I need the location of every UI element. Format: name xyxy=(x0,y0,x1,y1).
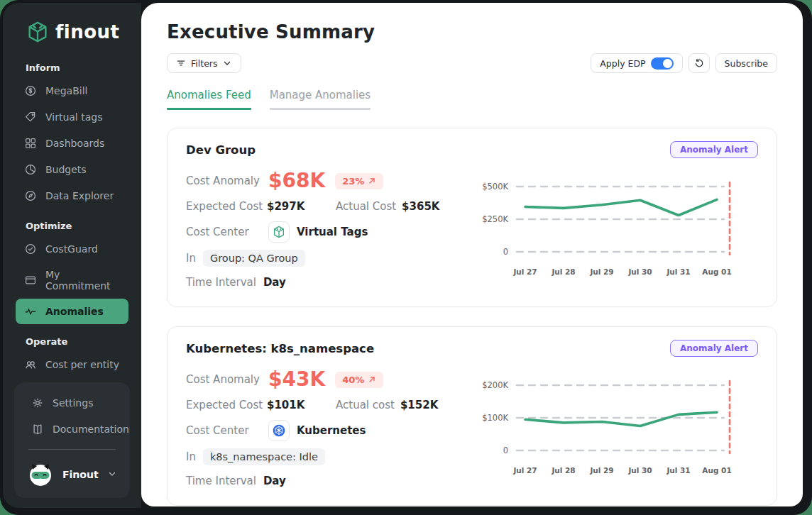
anomaly-percent-badge: 23% xyxy=(335,173,383,189)
in-dimension-pill: Group: QA Group xyxy=(203,250,305,267)
page-title: Executive Summary xyxy=(167,21,777,43)
cost-center-label: Cost Center xyxy=(186,424,267,437)
anomaly-card: Kubernetes: k8s_namespace Anomaly Alert … xyxy=(167,326,777,506)
anomaly-chart: $500K $250K 0 Jul 27Jul 28Jul 29Jul 30Ju… xyxy=(474,162,758,291)
pulse-icon xyxy=(24,305,37,318)
cost-center-name: Kubernetes xyxy=(297,424,366,437)
cost-center-label: Cost Center xyxy=(186,226,267,238)
cost-anomaly-value: $68K xyxy=(268,171,325,191)
subscribe-button[interactable]: Subscribe xyxy=(715,53,777,73)
anomaly-card: Dev Group Anomaly Alert Cost Anomaly $68… xyxy=(167,128,777,307)
trend-up-icon xyxy=(368,177,376,185)
main-panel: Executive Summary Filters Apply EDP xyxy=(141,3,803,506)
sidebar-item-label: MegaBill xyxy=(45,85,87,96)
apply-edp-toggle[interactable] xyxy=(651,57,674,70)
sidebar-item-label: Anomalies xyxy=(45,306,104,317)
grid-icon xyxy=(24,137,37,150)
nav-section-label: Optimize xyxy=(3,209,141,236)
finout-logo: finout xyxy=(3,3,141,44)
in-label: In xyxy=(186,252,196,265)
filters-button[interactable]: Filters xyxy=(167,53,241,73)
apply-edp-control[interactable]: Apply EDP xyxy=(591,53,682,73)
time-interval-label: Time Interval xyxy=(186,475,256,487)
sidebar-item-label: CostGuard xyxy=(45,243,98,255)
cost-anomaly-label: Cost Anomaly xyxy=(186,373,267,386)
tab-manage-anomalies[interactable]: Manage Anomalies xyxy=(270,89,371,110)
logo-text: finout xyxy=(55,21,120,43)
cost-center-name: Virtual Tags xyxy=(297,226,368,238)
svg-text:Jul 27: Jul 27 xyxy=(512,466,537,475)
anomaly-alert-badge[interactable]: Anomaly Alert xyxy=(670,340,758,357)
svg-text:Jul 27: Jul 27 xyxy=(512,267,537,276)
svg-text:Jul 28: Jul 28 xyxy=(551,267,575,276)
pie-icon xyxy=(24,163,37,176)
svg-text:Jul 31: Jul 31 xyxy=(666,466,690,475)
cost-anomaly-label: Cost Anomaly xyxy=(186,175,267,187)
divider xyxy=(28,449,116,450)
svg-text:Jul 29: Jul 29 xyxy=(589,466,613,475)
filter-icon xyxy=(176,58,186,68)
kubernetes-icon xyxy=(268,420,290,441)
sidebar-item-budgets[interactable]: Budgets xyxy=(16,157,128,182)
finout-cube-icon xyxy=(26,20,50,44)
sidebar-item-my-commitment[interactable]: My Commitment xyxy=(16,262,128,298)
finout-cube-icon xyxy=(268,221,290,243)
expected-cost-label: Expected Cost xyxy=(186,200,267,213)
sidebar-item-virtual-tags[interactable]: Virtual tags xyxy=(16,104,128,130)
sidebar-item-label: Data Explorer xyxy=(45,190,114,201)
sidebar-item-label: Budgets xyxy=(45,164,87,175)
user-menu[interactable]: Finout xyxy=(20,457,124,489)
expected-cost-value: $297K xyxy=(267,200,326,213)
tab-bar: Anomalies Feed Manage Anomalies xyxy=(167,89,777,110)
actual-cost-label: Actual Cost xyxy=(336,200,396,213)
sidebar-item-documentation[interactable]: Documentation xyxy=(23,416,121,442)
anomalies-feed: Dev Group Anomaly Alert Cost Anomaly $68… xyxy=(167,128,777,506)
gear-icon xyxy=(31,397,44,409)
sidebar-item-megabill[interactable]: MegaBill xyxy=(16,78,128,104)
svg-text:Jul 30: Jul 30 xyxy=(627,267,652,276)
sidebar-item-label: Dashboards xyxy=(45,138,104,149)
refresh-icon xyxy=(694,58,704,68)
sidebar-item-label: Cost per entity xyxy=(45,359,119,370)
compass-icon xyxy=(24,189,37,202)
sidebar-item-dashboards[interactable]: Dashboards xyxy=(16,131,128,156)
actual-cost-label: Actual cost xyxy=(336,399,395,411)
dollar-circle-icon xyxy=(24,84,37,97)
svg-text:Jul 28: Jul 28 xyxy=(551,466,575,475)
svg-text:$200K: $200K xyxy=(482,380,508,390)
cost-anomaly-value: $43K xyxy=(268,370,325,389)
sidebar-item-cost-per-entity[interactable]: Cost per entity xyxy=(16,352,128,377)
tab-anomalies-feed[interactable]: Anomalies Feed xyxy=(167,89,251,110)
svg-text:Aug 01: Aug 01 xyxy=(702,267,731,276)
sidebar-item-costguard[interactable]: CostGuard xyxy=(16,236,128,262)
sidebar-footer: Settings Documentation Finout xyxy=(14,382,130,498)
anomaly-alert-badge[interactable]: Anomaly Alert xyxy=(670,141,758,158)
time-interval-value: Day xyxy=(263,475,286,487)
people-icon xyxy=(24,358,37,371)
svg-text:0: 0 xyxy=(503,445,508,455)
expected-cost-label: Expected Cost xyxy=(186,399,267,411)
book-icon xyxy=(31,423,44,436)
svg-text:Jul 29: Jul 29 xyxy=(589,267,613,276)
in-dimension-pill: k8s_namespace: Idle xyxy=(203,448,325,465)
svg-text:$100K: $100K xyxy=(482,413,508,423)
tag-icon xyxy=(24,111,37,123)
trend-up-icon xyxy=(368,375,376,384)
app-window: finout Inform MegaBill Virtual tags Dash… xyxy=(0,0,812,515)
svg-text:Aug 01: Aug 01 xyxy=(702,466,731,475)
chevron-down-icon xyxy=(107,468,117,482)
card-title: Kubernetes: k8s_namespace xyxy=(186,342,374,355)
sidebar-item-settings[interactable]: Settings xyxy=(23,390,121,416)
anomaly-chart: $200K $100K 0 Jul 27Jul 28Jul 29Jul 30Ju… xyxy=(474,361,758,489)
sidebar-nav: Inform MegaBill Virtual tags Dashboards … xyxy=(3,51,141,404)
nav-section-label: Inform xyxy=(3,51,141,77)
expected-cost-value: $101K xyxy=(267,399,326,411)
finout-avatar xyxy=(27,461,54,488)
sidebar-item-anomalies[interactable]: Anomalies xyxy=(16,299,128,324)
svg-text:0: 0 xyxy=(503,247,508,257)
refresh-button[interactable] xyxy=(688,53,710,73)
sidebar-item-label: Virtual tags xyxy=(45,111,102,123)
sidebar-item-data-explorer[interactable]: Data Explorer xyxy=(16,183,128,209)
time-interval-value: Day xyxy=(263,276,286,289)
cost-line-chart: $500K $250K 0 Jul 27Jul 28Jul 29Jul 30Ju… xyxy=(474,172,758,280)
